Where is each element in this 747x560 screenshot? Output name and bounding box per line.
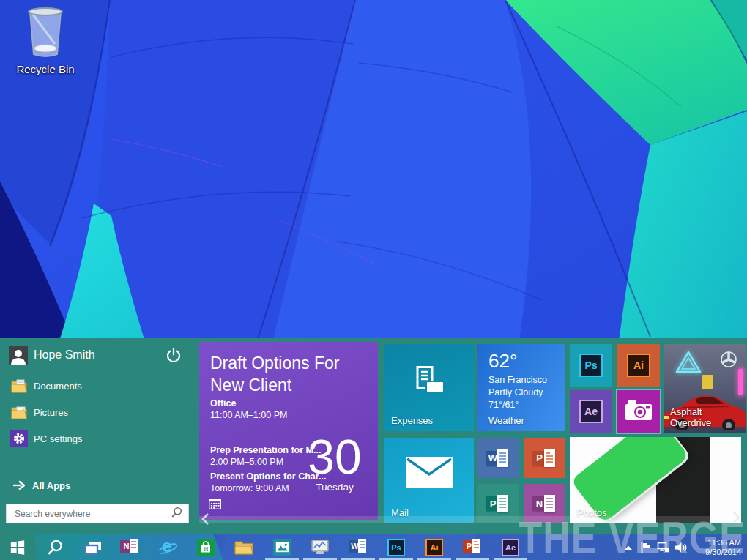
poster [702, 375, 713, 389]
search-box [6, 504, 189, 523]
pictures-folder-icon [10, 403, 28, 421]
speaker-icon [674, 542, 688, 553]
sidebar-item-documents[interactable]: Documents [0, 375, 196, 398]
gear-icon [10, 430, 28, 447]
tile-expenses[interactable]: Expenses [384, 344, 474, 431]
tile-asphalt-overdrive[interactable]: Asphalt Overdrive [664, 344, 746, 433]
user-header: Hope Smith [9, 346, 187, 367]
tile-illustrator[interactable]: Ai [617, 344, 660, 387]
sidebar-item-label: Pictures [34, 407, 68, 418]
weather-temp: 62° [488, 350, 517, 373]
search-icon [46, 539, 64, 556]
word-icon: W [349, 539, 368, 556]
weather-range: 71°/61° [488, 400, 519, 410]
action-center-button[interactable] [637, 534, 655, 560]
taskbar-explorer-button[interactable] [226, 534, 262, 560]
monitor-chart-icon [311, 539, 330, 556]
sidebar-item-label: PC settings [34, 433, 82, 444]
word-icon: W [486, 449, 510, 467]
start-button[interactable] [0, 534, 35, 560]
mail-envelope-icon [406, 457, 453, 490]
powerpoint-icon: P [463, 539, 482, 556]
taskbar-powerpoint-button[interactable]: P [454, 534, 491, 560]
tile-weather[interactable]: 62° San Francisco Partly Cloudy 71°/61° … [477, 344, 565, 431]
taskbar: N e [0, 534, 747, 560]
tile-photos[interactable]: Photos [570, 437, 741, 523]
tile-label: Asphalt Overdrive [670, 406, 711, 428]
file-explorer-icon [234, 540, 253, 556]
search-input[interactable] [13, 508, 171, 520]
tile-label: Weather [488, 415, 524, 426]
taskbar-word-button[interactable]: W [340, 534, 376, 560]
clock[interactable]: 11:36 AM 9/30/2014 [693, 538, 741, 557]
publisher-icon: P [486, 495, 510, 512]
volume-button[interactable] [672, 534, 690, 560]
taskbar-system-monitor-button[interactable] [302, 534, 338, 560]
neon-triangle-icon [674, 350, 702, 378]
taskbar-onenote-button[interactable]: N [111, 534, 148, 560]
recycle-bin[interactable]: Recycle Bin [10, 6, 81, 75]
clock-date: 9/30/2014 [693, 548, 741, 557]
calendar-event-title: Draft Options For New Client [210, 352, 339, 396]
tile-mail[interactable]: Mail [384, 438, 474, 523]
tile-camera[interactable] [616, 389, 661, 434]
aftereffects-icon: Ae [502, 539, 519, 556]
calendar-icon [209, 499, 221, 512]
search-icon[interactable] [171, 507, 182, 520]
camera-icon [624, 399, 653, 424]
weather-city: San Francisco [488, 375, 547, 385]
onenote-icon: N [120, 539, 139, 556]
sidebar-item-pc-settings[interactable]: PC settings [0, 428, 196, 451]
network-button[interactable] [655, 534, 672, 560]
flag-icon [640, 542, 652, 553]
taskbar-taskview-button[interactable] [75, 534, 111, 560]
photos-app-icon [273, 539, 291, 556]
expenses-icon [413, 366, 445, 398]
system-tray: 11:36 AM 9/30/2014 [620, 534, 747, 560]
user-avatar[interactable] [9, 346, 28, 365]
chevron-up-icon [624, 545, 633, 550]
illustrator-icon: Ai [627, 354, 650, 377]
taskbar-illustrator-button[interactable]: Ai [416, 534, 453, 560]
taskbar-aftereffects-button[interactable]: Ae [492, 534, 529, 560]
internet-explorer-icon: e [158, 538, 177, 557]
person-icon [9, 346, 28, 365]
power-icon [166, 348, 182, 364]
start-menu: Hope Smith D [0, 338, 747, 534]
illustrator-icon: Ai [425, 539, 443, 556]
photoshop-icon: Ps [579, 354, 603, 377]
show-hidden-icons-button[interactable] [620, 534, 637, 560]
all-apps-button[interactable]: All Apps [0, 477, 196, 496]
chevron-left-icon[interactable] [201, 512, 209, 529]
taskbar-search-button[interactable] [37, 534, 73, 560]
weather-condition: Partly Cloudy [488, 387, 543, 397]
windows-logo-icon [10, 540, 26, 556]
taskbar-photos-button[interactable] [264, 534, 300, 560]
arrow-right-icon [12, 480, 25, 493]
tile-label: Photos [577, 507, 606, 518]
sidebar-item-label: Documents [34, 381, 82, 392]
taskbar-ie-button[interactable]: e [149, 534, 186, 560]
powerpoint-icon: P [532, 449, 557, 467]
recycle-bin-label: Recycle Bin [10, 63, 81, 75]
calendar-event-1: Office 11:00 AM–1:00 PM [210, 397, 287, 421]
tile-scrollbar[interactable] [199, 516, 741, 523]
aftereffects-icon: Ae [579, 400, 603, 423]
tile-photoshop[interactable]: Ps [570, 344, 612, 387]
recycle-bin-icon [23, 6, 68, 59]
start-menu-left-panel: Hope Smith D [0, 338, 196, 534]
store-icon [197, 539, 215, 556]
task-view-icon [83, 539, 103, 556]
user-name[interactable]: Hope Smith [34, 348, 95, 362]
sidebar-item-pictures[interactable]: Pictures [0, 401, 196, 425]
tile-powerpoint[interactable]: P [524, 438, 565, 478]
power-button[interactable] [166, 348, 182, 364]
chevron-right-icon[interactable] [732, 511, 741, 527]
taskbar-store-button[interactable] [187, 534, 224, 560]
onenote-icon: N [532, 495, 557, 512]
taskbar-photoshop-button[interactable]: Ps [378, 534, 415, 560]
tile-calendar[interactable]: Draft Options For New Client Office 11:0… [199, 342, 378, 520]
tile-aftereffects[interactable]: Ae [570, 390, 612, 433]
tile-word[interactable]: W [477, 438, 519, 478]
network-icon [657, 542, 670, 553]
